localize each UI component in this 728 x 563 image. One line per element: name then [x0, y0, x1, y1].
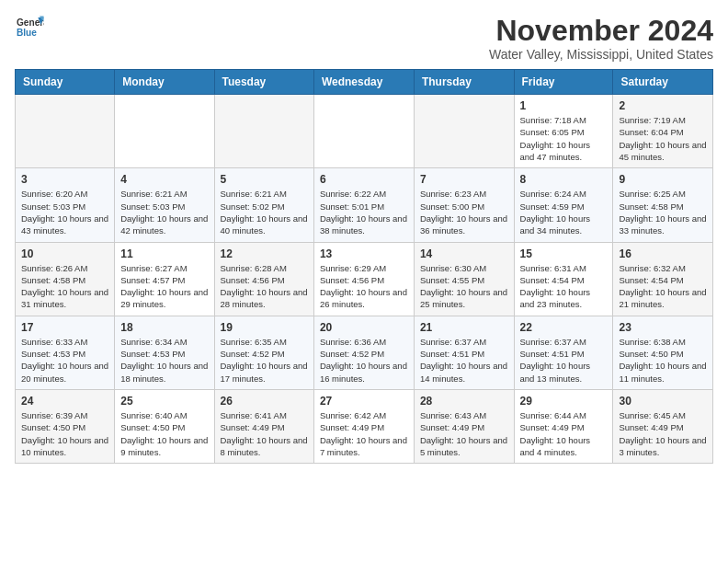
day-content: Sunrise: 6:36 AM Sunset: 4:52 PM Dayligh…	[320, 336, 408, 385]
day-number: 10	[21, 247, 108, 260]
day-number: 18	[120, 321, 208, 334]
day-number: 24	[21, 395, 108, 408]
empty-cell	[115, 95, 214, 168]
day-content: Sunrise: 6:23 AM Sunset: 5:00 PM Dayligh…	[420, 188, 508, 236]
calendar-day-cell: 10Sunrise: 6:26 AM Sunset: 4:58 PM Dayli…	[16, 242, 115, 316]
day-number: 1	[520, 99, 608, 112]
day-content: Sunrise: 6:41 AM Sunset: 4:49 PM Dayligh…	[221, 409, 308, 458]
day-content: Sunrise: 6:35 AM Sunset: 4:52 PM Dayligh…	[221, 336, 308, 385]
calendar-day-cell: 8Sunrise: 6:24 AM Sunset: 4:59 PM Daylig…	[514, 168, 613, 242]
day-number: 27	[320, 395, 408, 408]
day-number: 4	[120, 173, 208, 186]
day-header-sunday: Sunday	[16, 70, 115, 95]
calendar-day-cell: 27Sunrise: 6:42 AM Sunset: 4:49 PM Dayli…	[313, 389, 414, 463]
day-number: 29	[520, 395, 608, 408]
calendar-day-cell: 1Sunrise: 7:18 AM Sunset: 6:05 PM Daylig…	[514, 95, 613, 168]
day-content: Sunrise: 6:40 AM Sunset: 4:50 PM Dayligh…	[120, 409, 208, 458]
calendar-day-cell: 20Sunrise: 6:36 AM Sunset: 4:52 PM Dayli…	[313, 316, 414, 389]
day-content: Sunrise: 6:44 AM Sunset: 4:49 PM Dayligh…	[520, 409, 608, 458]
day-content: Sunrise: 6:30 AM Sunset: 4:55 PM Dayligh…	[420, 262, 508, 311]
calendar-day-cell: 19Sunrise: 6:35 AM Sunset: 4:52 PM Dayli…	[214, 316, 313, 389]
calendar-table: SundayMondayTuesdayWednesdayThursdayFrid…	[15, 69, 713, 464]
calendar-day-cell: 29Sunrise: 6:44 AM Sunset: 4:49 PM Dayli…	[514, 389, 613, 463]
day-content: Sunrise: 6:42 AM Sunset: 4:49 PM Dayligh…	[320, 409, 408, 458]
day-number: 7	[420, 173, 508, 186]
calendar-day-cell: 28Sunrise: 6:43 AM Sunset: 4:49 PM Dayli…	[414, 389, 514, 463]
day-number: 13	[320, 247, 408, 260]
logo-icon: General Blue	[15, 15, 44, 40]
calendar-day-cell: 3Sunrise: 6:20 AM Sunset: 5:03 PM Daylig…	[16, 168, 115, 242]
day-content: Sunrise: 6:31 AM Sunset: 4:54 PM Dayligh…	[520, 262, 608, 311]
day-content: Sunrise: 6:21 AM Sunset: 5:02 PM Dayligh…	[221, 188, 308, 236]
calendar-day-cell: 23Sunrise: 6:38 AM Sunset: 4:50 PM Dayli…	[613, 316, 713, 389]
calendar-day-cell: 26Sunrise: 6:41 AM Sunset: 4:49 PM Dayli…	[214, 389, 313, 463]
empty-cell	[16, 95, 115, 168]
calendar-day-cell: 21Sunrise: 6:37 AM Sunset: 4:51 PM Dayli…	[414, 316, 514, 389]
calendar-day-cell: 22Sunrise: 6:37 AM Sunset: 4:51 PM Dayli…	[514, 316, 613, 389]
day-number: 14	[420, 247, 508, 260]
day-number: 30	[619, 395, 707, 408]
page-header: General Blue November 2024 Water Valley,…	[15, 15, 713, 62]
day-content: Sunrise: 6:38 AM Sunset: 4:50 PM Dayligh…	[619, 336, 707, 385]
day-number: 23	[619, 321, 707, 334]
day-number: 5	[221, 173, 308, 186]
calendar-day-cell: 17Sunrise: 6:33 AM Sunset: 4:53 PM Dayli…	[16, 316, 115, 389]
day-header-saturday: Saturday	[613, 70, 713, 95]
logo: General Blue	[15, 15, 44, 40]
calendar-day-cell: 16Sunrise: 6:32 AM Sunset: 4:54 PM Dayli…	[613, 242, 713, 316]
day-content: Sunrise: 6:37 AM Sunset: 4:51 PM Dayligh…	[420, 336, 508, 385]
day-number: 9	[619, 173, 707, 186]
day-content: Sunrise: 6:32 AM Sunset: 4:54 PM Dayligh…	[619, 262, 707, 311]
day-content: Sunrise: 6:25 AM Sunset: 4:58 PM Dayligh…	[619, 188, 707, 236]
calendar-week-row: 10Sunrise: 6:26 AM Sunset: 4:58 PM Dayli…	[16, 242, 713, 316]
calendar-week-row: 24Sunrise: 6:39 AM Sunset: 4:50 PM Dayli…	[16, 389, 713, 463]
calendar-day-cell: 4Sunrise: 6:21 AM Sunset: 5:03 PM Daylig…	[115, 168, 214, 242]
day-content: Sunrise: 6:24 AM Sunset: 4:59 PM Dayligh…	[520, 188, 608, 236]
day-number: 26	[221, 395, 308, 408]
day-header-thursday: Thursday	[414, 70, 514, 95]
day-content: Sunrise: 6:37 AM Sunset: 4:51 PM Dayligh…	[520, 336, 608, 385]
calendar-header-row: SundayMondayTuesdayWednesdayThursdayFrid…	[16, 70, 713, 95]
calendar-day-cell: 7Sunrise: 6:23 AM Sunset: 5:00 PM Daylig…	[414, 168, 514, 242]
day-content: Sunrise: 6:28 AM Sunset: 4:56 PM Dayligh…	[221, 262, 308, 311]
day-number: 17	[21, 321, 108, 334]
day-number: 28	[420, 395, 508, 408]
day-content: Sunrise: 6:43 AM Sunset: 4:49 PM Dayligh…	[420, 409, 508, 458]
day-content: Sunrise: 6:22 AM Sunset: 5:01 PM Dayligh…	[320, 188, 408, 236]
calendar-day-cell: 18Sunrise: 6:34 AM Sunset: 4:53 PM Dayli…	[115, 316, 214, 389]
day-number: 22	[520, 321, 608, 334]
day-number: 21	[420, 321, 508, 334]
svg-text:Blue: Blue	[17, 28, 37, 38]
day-number: 6	[320, 173, 408, 186]
day-content: Sunrise: 7:18 AM Sunset: 6:05 PM Dayligh…	[520, 114, 608, 163]
day-content: Sunrise: 6:29 AM Sunset: 4:56 PM Dayligh…	[320, 262, 408, 311]
day-content: Sunrise: 6:21 AM Sunset: 5:03 PM Dayligh…	[120, 188, 208, 236]
day-content: Sunrise: 6:34 AM Sunset: 4:53 PM Dayligh…	[120, 336, 208, 385]
day-content: Sunrise: 6:20 AM Sunset: 5:03 PM Dayligh…	[21, 188, 108, 236]
day-number: 15	[520, 247, 608, 260]
day-number: 16	[619, 247, 707, 260]
calendar-day-cell: 14Sunrise: 6:30 AM Sunset: 4:55 PM Dayli…	[414, 242, 514, 316]
day-header-tuesday: Tuesday	[214, 70, 313, 95]
day-content: Sunrise: 6:45 AM Sunset: 4:49 PM Dayligh…	[619, 409, 707, 458]
day-content: Sunrise: 6:26 AM Sunset: 4:58 PM Dayligh…	[21, 262, 108, 311]
location: Water Valley, Mississippi, United States	[489, 47, 713, 62]
day-header-monday: Monday	[115, 70, 214, 95]
empty-cell	[414, 95, 514, 168]
empty-cell	[214, 95, 313, 168]
calendar-week-row: 3Sunrise: 6:20 AM Sunset: 5:03 PM Daylig…	[16, 168, 713, 242]
day-content: Sunrise: 7:19 AM Sunset: 6:04 PM Dayligh…	[619, 114, 707, 163]
day-number: 8	[520, 173, 608, 186]
day-content: Sunrise: 6:39 AM Sunset: 4:50 PM Dayligh…	[21, 409, 108, 458]
calendar-day-cell: 12Sunrise: 6:28 AM Sunset: 4:56 PM Dayli…	[214, 242, 313, 316]
day-number: 3	[21, 173, 108, 186]
day-header-friday: Friday	[514, 70, 613, 95]
calendar-day-cell: 5Sunrise: 6:21 AM Sunset: 5:02 PM Daylig…	[214, 168, 313, 242]
calendar-day-cell: 24Sunrise: 6:39 AM Sunset: 4:50 PM Dayli…	[16, 389, 115, 463]
day-number: 2	[619, 99, 707, 112]
calendar-week-row: 17Sunrise: 6:33 AM Sunset: 4:53 PM Dayli…	[16, 316, 713, 389]
calendar-day-cell: 2Sunrise: 7:19 AM Sunset: 6:04 PM Daylig…	[613, 95, 713, 168]
month-title: November 2024	[489, 15, 713, 47]
calendar-day-cell: 30Sunrise: 6:45 AM Sunset: 4:49 PM Dayli…	[613, 389, 713, 463]
calendar-day-cell: 11Sunrise: 6:27 AM Sunset: 4:57 PM Dayli…	[115, 242, 214, 316]
